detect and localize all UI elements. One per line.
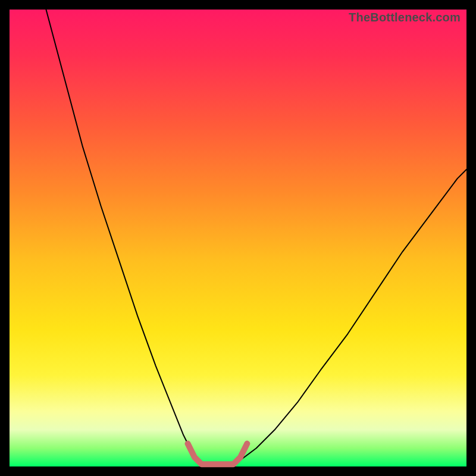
- watermark-text: TheBottleneck.com: [349, 11, 461, 24]
- chart-svg: [10, 10, 466, 466]
- series-layer: [46, 10, 466, 464]
- plot-area: TheBottleneck.com: [10, 10, 466, 466]
- chart-container: TheBottleneck.com: [0, 0, 476, 476]
- series-left-curve: [46, 10, 201, 462]
- series-bottom-bracket: [188, 444, 248, 465]
- series-right-curve: [238, 170, 466, 462]
